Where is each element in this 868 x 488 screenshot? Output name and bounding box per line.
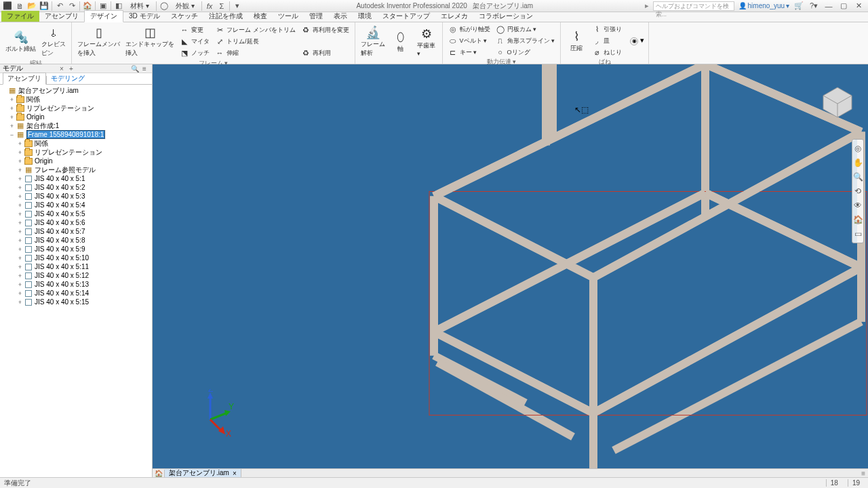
blank-button[interactable] [300, 36, 351, 47]
belleville-button[interactable]: ◞皿 [591, 35, 623, 46]
search-icon[interactable]: 🔍 [130, 65, 140, 73]
key-button[interactable]: ⊏キー ▾ [447, 47, 492, 58]
nav-bar[interactable]: ◎ ✋ 🔍 ⟲ 👁 🏠 ▭ [852, 139, 864, 243]
tree-node[interactable]: +Origin [0, 157, 152, 165]
spur-gear-button[interactable]: ⚙平歯車 ▾ [415, 25, 438, 58]
tree-node[interactable]: +JIS 40 x 40 x 5:4 [0, 201, 152, 209]
clevis-button[interactable]: ⫰クレビス ピン [40, 24, 67, 59]
insert-member-button[interactable]: ▯フレームメンバ を挿入 [76, 24, 121, 59]
help-search-input[interactable]: ヘルプおよびコマンドを検索... [653, 1, 734, 11]
fx-icon[interactable]: fx [205, 1, 214, 11]
appearance-icon[interactable]: ◧ [114, 1, 123, 11]
tree-node[interactable]: +JIS 40 x 40 x 5:9 [0, 245, 152, 253]
ribbon-tab[interactable]: 検査 [248, 11, 273, 22]
nav-orbit-icon[interactable]: ⟲ [854, 186, 861, 196]
spline-button[interactable]: ⎍角形スプライン ▾ [494, 35, 557, 46]
disccam-button[interactable]: ◯円板カム ▾ [494, 24, 557, 35]
doc-tab[interactable]: 架台アセンブリ.iam× [165, 469, 241, 477]
tab-modeling[interactable]: モデリング [47, 73, 89, 84]
trim-member-button[interactable]: ✂フレーム メンバをトリム [214, 24, 297, 35]
undo-icon[interactable]: ↶ [55, 1, 64, 11]
browser-close-icon[interactable]: × [57, 65, 66, 73]
search-trigger-icon[interactable]: ▸ [645, 1, 649, 10]
compress-spring-button[interactable]: ⌇圧縮 [565, 28, 588, 54]
tree-node[interactable]: ▦架台アセンブリ.iam [0, 86, 152, 95]
tree-node[interactable]: +JIS 40 x 40 x 5:12 [0, 271, 152, 280]
ribbon-tab[interactable]: 管理 [304, 11, 328, 22]
ribbon-tab[interactable]: スタートアップ [377, 11, 435, 22]
close-button[interactable]: ✕ [853, 1, 864, 11]
tree-node[interactable]: +▦架台作成:1 [0, 121, 152, 130]
bolt-button[interactable]: 🔩ボルト締結 [4, 28, 37, 55]
ribbon-tab[interactable]: ツール [273, 11, 304, 22]
appearance-dropdown[interactable]: 外観 ▾ [172, 1, 199, 11]
bearing-button[interactable]: ◎転がり軸受 [447, 24, 492, 35]
redo-icon[interactable]: ↷ [67, 1, 77, 11]
tension-button[interactable]: ⌇引張り [591, 24, 623, 35]
insert-endcap-button[interactable]: ◫エンドキャップを 挿入 [124, 24, 176, 59]
tree-node[interactable]: +関係 [0, 139, 152, 148]
notch-button[interactable]: ⬔ノッチ [178, 47, 211, 58]
tree-node[interactable]: +JIS 40 x 40 x 5:7 [0, 227, 152, 236]
viewport[interactable]: ↖⬚ ◎ ✋ 🔍 ⟲ 👁 🏠 ▭ Z Y X 🏠 [153, 64, 868, 477]
frame-analysis-button[interactable]: 🔬フレーム 解析 [359, 24, 387, 59]
doctabs-menu-icon[interactable]: ≡ [861, 470, 868, 477]
cart-icon[interactable]: 🛒 [793, 1, 804, 11]
nav-look-icon[interactable]: 👁 [854, 201, 862, 210]
tree-node[interactable]: +JIS 40 x 40 x 5:6 [0, 218, 152, 227]
nav-zoom-icon[interactable]: 🔍 [853, 172, 863, 182]
tree-node[interactable]: +JIS 40 x 40 x 5:10 [0, 253, 152, 262]
qat-more-icon[interactable]: ▾ [233, 1, 242, 11]
tab-assembly[interactable]: アセンブリ [3, 73, 46, 85]
tree-node[interactable]: −▦Frame 1558940891018:1 [0, 130, 152, 139]
ribbon-tab[interactable]: 注記を作成 [203, 11, 248, 22]
ribbon-tab[interactable]: 環境 [353, 11, 377, 22]
material-dropdown[interactable]: 材料 ▾ [126, 1, 153, 11]
ribbon-tab[interactable]: 3D モデル [123, 11, 165, 22]
user-menu[interactable]: 👤 himeno_yuu ▾ [738, 2, 789, 9]
app-icon[interactable]: ⬛ [3, 1, 12, 11]
minimize-button[interactable]: — [823, 1, 834, 11]
sigma-icon[interactable]: Σ [217, 1, 226, 11]
home-icon[interactable]: 🏠 [83, 1, 92, 11]
tree-node[interactable]: +JIS 40 x 40 x 5:14 [0, 289, 152, 298]
ribbon-tab[interactable]: デザイン [84, 10, 123, 22]
tree-node[interactable]: +関係 [0, 95, 152, 104]
stretch-button[interactable]: ↔伸縮 [214, 47, 297, 58]
change-button[interactable]: ↔変更 [178, 24, 211, 35]
color-icon[interactable]: ◯ [159, 1, 169, 11]
ribbon-tab[interactable]: スケッチ [165, 11, 203, 22]
ribbon-tab[interactable]: 表示 [328, 11, 353, 22]
shaft-button[interactable]: ⬯軸 [389, 28, 412, 55]
options-icon[interactable]: ◉ [630, 37, 638, 45]
menu-icon[interactable]: ≡ [140, 65, 149, 73]
tree-node[interactable]: +JIS 40 x 40 x 5:11 [0, 262, 152, 271]
open-icon[interactable]: 📂 [27, 1, 37, 11]
ribbon-tab[interactable]: エレメカ [435, 11, 473, 22]
new-icon[interactable]: 🗎 [15, 1, 24, 11]
nav-pan-icon[interactable]: ✋ [853, 158, 863, 167]
help-icon[interactable]: ?▾ [808, 1, 819, 11]
tree-node[interactable]: +リプレゼンテーション [0, 104, 152, 113]
nav-wheel-icon[interactable]: ◎ [854, 144, 861, 153]
tree-node[interactable]: +JIS 40 x 40 x 5:1 [0, 174, 152, 183]
tree-node[interactable]: +JIS 40 x 40 x 5:2 [0, 183, 152, 192]
tree-node[interactable]: +JIS 40 x 40 x 5:15 [0, 298, 152, 306]
tree-node[interactable]: +JIS 40 x 40 x 5:8 [0, 236, 152, 245]
ribbon-tab[interactable]: コラボレーション [473, 11, 538, 22]
tree-node[interactable]: +JIS 40 x 40 x 5:3 [0, 192, 152, 201]
tree-node[interactable]: +Origin [0, 113, 152, 121]
select-icon[interactable]: ▣ [98, 1, 108, 11]
doc-home-icon[interactable]: 🏠 [153, 470, 165, 477]
nav-home-icon[interactable]: 🏠 [853, 215, 863, 224]
tree-node[interactable]: +リプレゼンテーション [0, 148, 152, 157]
view-cube[interactable] [821, 85, 854, 119]
change-reuse-button[interactable]: ♻再利用を変更 [300, 24, 351, 35]
ribbon-tab[interactable]: ファイル [1, 11, 39, 22]
browser-add-icon[interactable]: + [66, 65, 76, 73]
ribbon-tab[interactable]: アセンブリ [39, 11, 84, 22]
reuse-button[interactable]: ♻再利用 [300, 47, 351, 58]
tree-node[interactable]: +JIS 40 x 40 x 5:13 [0, 280, 152, 289]
miter-button[interactable]: ◣マイタ [178, 36, 211, 47]
model-tree[interactable]: ▦架台アセンブリ.iam+関係+リプレゼンテーション+Origin+▦架台作成:… [0, 85, 152, 477]
